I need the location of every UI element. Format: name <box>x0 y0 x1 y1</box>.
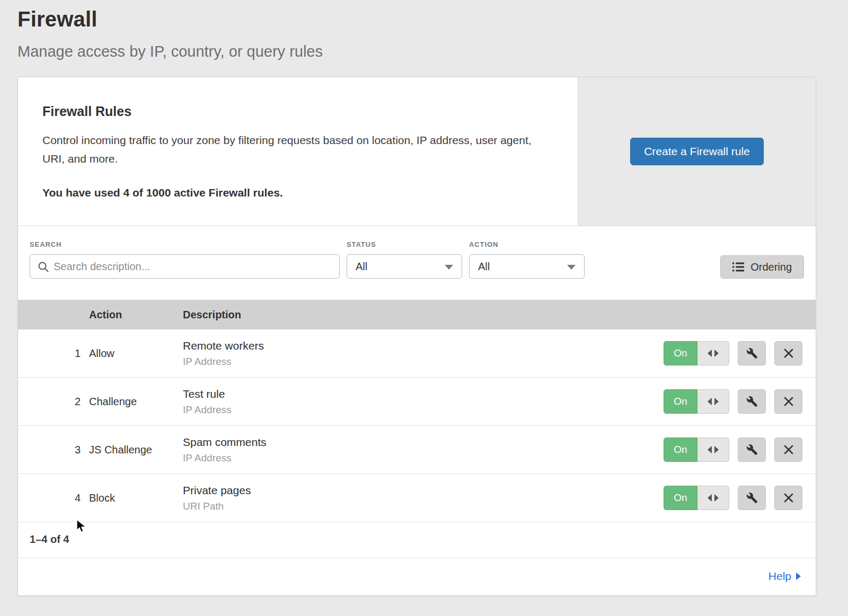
search-box <box>30 254 340 279</box>
ordering-list-icon <box>732 262 744 272</box>
wrench-icon <box>746 492 758 504</box>
toggle-handle <box>697 341 729 365</box>
close-icon <box>783 396 794 407</box>
delete-rule-button[interactable] <box>774 341 802 365</box>
status-select[interactable]: All <box>347 254 462 279</box>
edit-rule-button[interactable] <box>738 486 766 510</box>
toggle-on-state: On <box>664 438 697 462</box>
create-rule-panel: Create a Firewall rule <box>578 77 816 226</box>
table-row: 3 JS Challenge Spam comments IP Address … <box>18 426 816 474</box>
status-filter-group: STATUS All <box>347 240 462 279</box>
edit-rule-button[interactable] <box>738 389 766 414</box>
filters-bar: SEARCH STATUS All ACTION <box>18 226 816 300</box>
wrench-icon <box>746 444 758 456</box>
rule-description-cell: Private pages URI Path <box>183 484 663 512</box>
rules-description: Control incoming traffic to your zone by… <box>42 131 546 168</box>
search-label: SEARCH <box>30 240 340 248</box>
arrow-right-icon <box>714 446 719 453</box>
table-row: 4 Block Private pages URI Path On <box>18 474 816 522</box>
action-filter-group: ACTION All <box>469 240 585 279</box>
rule-match-type: IP Address <box>183 452 663 464</box>
status-label: STATUS <box>347 240 462 248</box>
help-link[interactable]: Help <box>768 570 801 583</box>
table-row: 2 Challenge Test rule IP Address On <box>18 378 816 426</box>
rule-description-cell: Test rule IP Address <box>183 388 663 416</box>
edit-rule-button[interactable] <box>738 438 766 462</box>
page-subtitle: Manage access by IP, country, or query r… <box>17 43 816 60</box>
arrow-left-icon <box>708 350 712 357</box>
arrow-left-icon <box>708 494 712 502</box>
rule-title: Test rule <box>183 388 663 400</box>
chevron-down-icon <box>567 265 576 270</box>
delete-rule-button[interactable] <box>774 389 802 414</box>
rule-action: Challenge <box>89 396 183 408</box>
table-header: Action Description <box>18 300 816 329</box>
ordering-button-label: Ordering <box>750 261 792 273</box>
help-arrow-icon <box>796 573 801 580</box>
rule-controls: On <box>663 341 802 365</box>
wrench-icon <box>746 347 758 359</box>
firewall-page: Firewall Manage access by IP, country, o… <box>0 0 848 616</box>
search-icon <box>38 261 49 273</box>
arrow-right-icon <box>714 350 719 357</box>
rule-controls: On <box>663 486 802 510</box>
help-link-label: Help <box>768 570 791 583</box>
arrow-right-icon <box>714 494 719 502</box>
toggle-handle <box>697 389 729 414</box>
rule-match-type: IP Address <box>183 404 663 416</box>
rule-priority: 3 <box>18 444 89 456</box>
rules-section-title: Firewall Rules <box>42 104 553 119</box>
help-row: Help <box>18 558 816 595</box>
rules-usage-count: You have used 4 of 1000 active Firewall … <box>42 186 553 199</box>
rules-intro-section: Firewall Rules Control incoming traffic … <box>18 77 816 226</box>
action-label: ACTION <box>469 240 585 248</box>
edit-rule-button[interactable] <box>738 341 766 365</box>
rule-priority: 1 <box>18 347 89 360</box>
delete-rule-button[interactable] <box>774 438 802 462</box>
arrow-right-icon <box>714 398 719 405</box>
toggle-on-state: On <box>664 389 697 414</box>
ordering-button[interactable]: Ordering <box>720 255 804 279</box>
chevron-down-icon <box>445 265 453 270</box>
rule-title: Private pages <box>183 484 663 497</box>
rule-action: Allow <box>89 347 183 360</box>
toggle-handle <box>697 486 729 510</box>
wrench-icon <box>746 396 758 407</box>
rule-enabled-toggle[interactable]: On <box>664 341 729 365</box>
column-header-action: Action <box>89 309 183 321</box>
rule-match-type: IP Address <box>183 356 663 368</box>
close-icon <box>783 348 794 359</box>
rule-action: JS Challenge <box>89 444 183 456</box>
delete-rule-button[interactable] <box>774 486 802 510</box>
page-header: Firewall Manage access by IP, country, o… <box>0 0 848 60</box>
rule-enabled-toggle[interactable]: On <box>664 438 729 462</box>
search-input[interactable] <box>30 255 339 278</box>
arrow-left-icon <box>708 398 712 405</box>
close-icon <box>783 444 794 455</box>
close-icon <box>783 493 794 503</box>
rule-priority: 4 <box>18 492 89 504</box>
table-row: 1 Allow Remote workers IP Address On <box>18 329 816 378</box>
toggle-on-state: On <box>664 341 697 365</box>
firewall-rules-card: Firewall Rules Control incoming traffic … <box>17 77 816 596</box>
action-select[interactable]: All <box>469 254 585 279</box>
action-select-value: All <box>478 261 490 273</box>
page-title: Firewall <box>17 7 816 31</box>
rule-title: Remote workers <box>183 340 663 352</box>
rule-priority: 2 <box>18 396 89 408</box>
rule-description-cell: Spam comments IP Address <box>183 436 663 464</box>
rules-intro-text: Firewall Rules Control incoming traffic … <box>18 77 578 226</box>
pagination-range: 1–4 of 4 <box>18 522 816 558</box>
create-firewall-rule-button[interactable]: Create a Firewall rule <box>630 138 764 165</box>
toggle-handle <box>697 438 729 462</box>
search-filter-group: SEARCH <box>30 240 340 279</box>
rule-enabled-toggle[interactable]: On <box>664 389 729 414</box>
column-header-description: Description <box>183 309 663 321</box>
status-select-value: All <box>356 261 367 273</box>
arrow-left-icon <box>708 446 712 453</box>
rule-description-cell: Remote workers IP Address <box>183 340 663 368</box>
toggle-on-state: On <box>664 486 697 510</box>
rule-match-type: URI Path <box>183 501 663 512</box>
rule-action: Block <box>89 492 183 504</box>
rule-enabled-toggle[interactable]: On <box>664 486 729 510</box>
